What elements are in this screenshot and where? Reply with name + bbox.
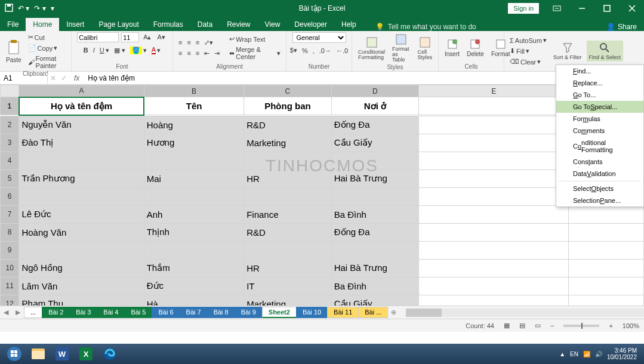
menu-item[interactable]: Replace...: [556, 77, 643, 89]
insert-button[interactable]: Insert: [442, 38, 462, 58]
cell[interactable]: R&D: [244, 223, 332, 241]
menu-item[interactable]: Select Objects: [556, 183, 643, 195]
tray-network-icon[interactable]: 📶: [583, 351, 590, 357]
row-header[interactable]: 8: [1, 223, 19, 241]
zoom-out-icon[interactable]: −: [550, 322, 554, 329]
sheet-tab[interactable]: Bài 9: [235, 307, 263, 318]
cell[interactable]: [419, 169, 569, 187]
wrap-text-button[interactable]: ↩ Wrap Text: [227, 34, 282, 44]
cell[interactable]: Lâm Văn: [19, 277, 144, 295]
select-all-corner[interactable]: [1, 85, 19, 97]
cell[interactable]: [144, 152, 244, 169]
view-break-icon[interactable]: ▭: [535, 322, 541, 329]
cell[interactable]: [19, 152, 144, 169]
sheet-tab[interactable]: Sheet2: [262, 307, 297, 318]
cell[interactable]: [419, 205, 569, 223]
enter-icon[interactable]: ✓: [58, 74, 69, 82]
sheet-tab[interactable]: Bài 4: [97, 307, 125, 318]
menu-item[interactable]: Go To...: [556, 89, 643, 101]
cell[interactable]: Finance: [244, 205, 332, 223]
name-box[interactable]: A1: [0, 73, 48, 84]
col-header-c[interactable]: C: [244, 85, 332, 97]
cut-button[interactable]: ✂ Cut: [26, 32, 67, 42]
qat-more-icon[interactable]: ▾: [51, 4, 54, 13]
cell[interactable]: [569, 295, 644, 306]
font-color-button[interactable]: A▾: [150, 45, 162, 55]
menu-item[interactable]: Comments: [556, 125, 643, 137]
align-right-icon[interactable]: ≡: [194, 48, 201, 58]
col-header-e[interactable]: E: [419, 85, 569, 97]
cell[interactable]: Cầu Giấy: [331, 295, 419, 306]
menu-item[interactable]: Find...: [556, 65, 643, 77]
menu-item[interactable]: Formulas: [556, 113, 643, 125]
cell[interactable]: Cầu Giấy: [331, 134, 419, 152]
format-painter-button[interactable]: 🖌 Format Painter: [26, 54, 67, 70]
menu-item[interactable]: Selection Pane...: [556, 195, 643, 206]
cell[interactable]: Anh: [144, 205, 244, 223]
sheet-tab[interactable]: Bài 6: [152, 307, 180, 318]
cell[interactable]: [569, 259, 644, 277]
cell[interactable]: [144, 187, 244, 205]
excel-icon[interactable]: X: [74, 345, 98, 363]
cell[interactable]: [19, 241, 144, 259]
cell[interactable]: Đống Đa: [331, 223, 419, 241]
ribbon-options-icon[interactable]: [545, 0, 569, 17]
cell[interactable]: [419, 97, 569, 115]
format-as-table-button[interactable]: Format as Table: [390, 32, 412, 64]
row-header[interactable]: 3: [1, 134, 19, 152]
tab-page-layout[interactable]: Page Layout: [91, 18, 146, 31]
cell[interactable]: Nguyễn Văn: [19, 116, 144, 134]
menu-item[interactable]: Go To Special...: [556, 101, 643, 113]
fill-color-button[interactable]: 🪣▾: [128, 45, 149, 55]
cell[interactable]: [244, 187, 332, 205]
cell[interactable]: Đức: [144, 277, 244, 295]
fx-button[interactable]: fx: [69, 74, 84, 82]
cell[interactable]: Trần Phương: [19, 169, 144, 187]
align-center-icon[interactable]: ≡: [185, 48, 192, 58]
cell[interactable]: Thịnh: [144, 223, 244, 241]
row-header[interactable]: 9: [1, 241, 19, 259]
cancel-icon[interactable]: ✕: [48, 74, 58, 82]
copy-button[interactable]: 📄 Copy ▾: [26, 43, 67, 53]
border-button[interactable]: ▦ ▾: [112, 45, 127, 55]
font-size-combo[interactable]: [121, 32, 139, 42]
col-header-d[interactable]: D: [331, 85, 419, 97]
row-header[interactable]: 10: [1, 259, 19, 277]
align-bottom-icon[interactable]: ≡: [194, 38, 201, 48]
comma-icon[interactable]: ,: [311, 45, 316, 55]
tab-review[interactable]: Review: [220, 18, 257, 31]
cell[interactable]: Marketing: [244, 295, 332, 306]
cell[interactable]: Đống Đa: [331, 116, 419, 134]
cell[interactable]: [419, 241, 569, 259]
sheet-tab[interactable]: Bài 10: [296, 307, 328, 318]
redo-icon[interactable]: ↷ ▾: [34, 4, 45, 13]
cell[interactable]: HR: [244, 259, 332, 277]
col-header-a[interactable]: A: [19, 85, 144, 97]
cell[interactable]: [19, 187, 144, 205]
maximize-icon[interactable]: [595, 0, 619, 17]
cell[interactable]: [419, 152, 569, 169]
cell[interactable]: Hoàng Văn: [19, 223, 144, 241]
cell[interactable]: Hai Bà Trưng: [331, 169, 419, 187]
save-icon[interactable]: [5, 4, 13, 14]
cell[interactable]: [569, 205, 644, 223]
find-select-button[interactable]: Find & Select: [587, 41, 624, 61]
sort-filter-button[interactable]: Sort & Filter: [551, 41, 584, 61]
zoom-slider[interactable]: [563, 325, 599, 327]
cell[interactable]: [569, 241, 644, 259]
row-header[interactable]: 12: [1, 295, 19, 306]
tab-data[interactable]: Data: [190, 18, 220, 31]
tab-file[interactable]: File: [0, 18, 26, 31]
tab-insert[interactable]: Insert: [59, 18, 91, 31]
cell[interactable]: Ba Đình: [331, 277, 419, 295]
tab-view[interactable]: View: [258, 18, 288, 31]
number-format-combo[interactable]: General: [292, 32, 346, 43]
row-header[interactable]: 6: [1, 187, 19, 205]
merge-center-button[interactable]: ⬌ Merge & Center ▾: [227, 45, 282, 61]
tab-developer[interactable]: Developer: [287, 18, 334, 31]
inc-decimal-icon[interactable]: .0→: [318, 45, 333, 55]
decrease-font-icon[interactable]: A▾: [156, 32, 167, 42]
cell[interactable]: [419, 277, 569, 295]
align-left-icon[interactable]: ≡: [177, 48, 184, 58]
edge-icon[interactable]: [98, 345, 122, 363]
